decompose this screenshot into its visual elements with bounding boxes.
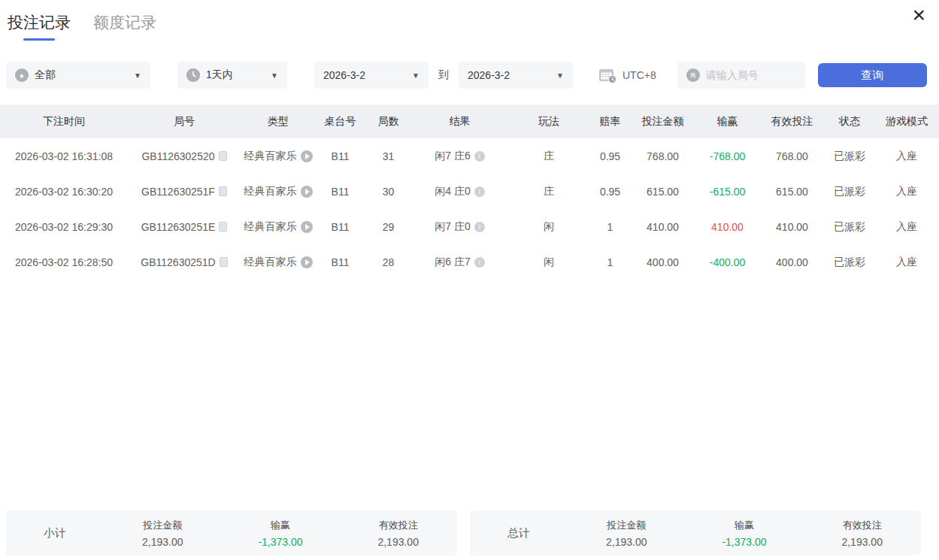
status-badge: 已派彩 [825,138,874,174]
round-search-field[interactable]: 局 [677,62,805,89]
total-winloss-title: 输赢 [686,519,804,532]
total-label: 总计 [470,526,568,540]
time-range-dropdown[interactable]: 1天内 ▼ [177,62,287,89]
bet-amount: 615.00 [630,174,695,209]
date-range-to-label: 到 [438,68,449,82]
result: 闲7 庄0 [435,220,470,234]
col-header: 投注金额 [630,104,695,138]
total-bet-value: 2,193.00 [568,536,686,548]
game-type: 经典百家乐 [244,256,297,269]
col-header: 类型 [241,104,316,138]
result-cell: 闲7 庄6 i [412,138,507,174]
game-type: 经典百家乐 [244,220,297,234]
table-number: B11 [316,138,365,174]
play-type: 闲 [507,209,590,244]
total-winloss-value: -1,373.00 [686,536,804,548]
play-video-icon[interactable] [301,186,313,198]
col-header: 玩法 [507,104,590,138]
table-number: B11 [316,174,365,209]
timezone-control[interactable]: UTC+8 [598,67,656,83]
bet-amount: 768.00 [630,138,695,174]
round-badge-icon: 局 [686,68,700,82]
game-type-cell: 经典百家乐 [241,209,316,244]
valid-bet: 410.00 [759,209,825,244]
query-button[interactable]: 查询 [818,63,927,87]
subtotal-valid-value: 2,193.00 [339,536,457,548]
col-header: 局数 [365,104,412,138]
round-number: 28 [365,244,412,280]
total-bet-title: 投注金额 [568,519,686,532]
filter-bar: ♠ 全部 ▼ 1天内 ▼ 2026-3-2 ▼ 到 2026-3-2 ▼ [6,62,939,89]
subtotal-winloss-value: -1,373.00 [222,536,340,548]
tab-betting-records[interactable]: 投注记录 [8,12,71,41]
round-number-input[interactable] [700,69,796,81]
game-mode: 入座 [874,138,939,174]
round-id: GB112630251E [141,221,216,233]
result-cell: 闲4 庄0 i [412,174,507,209]
valid-bet: 768.00 [759,138,825,174]
table-row: 2026-03-02 16:28:50 GB112630251D 经典百家乐 B… [0,244,939,280]
calendar-clock-icon [598,67,616,83]
odds: 1 [590,209,630,244]
tab-bar: 投注记录 额度记录 [0,0,939,41]
bet-time: 2026-03-02 16:28:50 [0,244,128,280]
game-mode: 入座 [874,174,939,209]
col-header: 游戏模式 [874,104,939,138]
subtotal-bet-title: 投注金额 [104,519,222,532]
table-number: B11 [316,244,365,280]
win-loss: -615.00 [695,174,759,209]
play-type: 庄 [507,138,590,174]
play-type: 闲 [507,244,590,280]
bet-amount: 400.00 [630,244,695,280]
subtotal-valid: 有效投注 2,193.00 [339,519,457,548]
bet-time: 2026-03-02 16:31:08 [0,138,128,174]
info-icon[interactable]: i [474,151,485,162]
info-icon[interactable]: i [474,257,485,268]
valid-bet: 615.00 [759,174,825,209]
round-id: GB1126302520 [141,150,214,162]
play-video-icon[interactable] [301,256,313,268]
copy-icon[interactable] [219,151,227,161]
valid-bet: 400.00 [759,244,825,280]
info-icon[interactable]: i [474,222,485,232]
subtotal-label: 小计 [6,526,104,540]
bet-time: 2026-03-02 16:29:30 [0,209,128,244]
timezone-value: UTC+8 [622,69,656,81]
copy-icon[interactable] [219,186,227,196]
game-mode: 入座 [874,244,939,280]
round-number: 29 [365,209,412,244]
game-type-cell: 经典百家乐 [241,244,316,280]
subtotal-winloss-title: 输赢 [222,519,340,532]
clock-icon [186,68,200,82]
status-badge: 已派彩 [825,174,874,209]
tab-label: 投注记录 [8,12,71,33]
date-from-dropdown[interactable]: 2026-3-2 ▼ [314,62,429,89]
chevron-down-icon: ▼ [271,71,278,80]
total-box: 总计 投注金额 2,193.00 输赢 -1,373.00 有效投注 2,193… [470,510,921,555]
date-from-value: 2026-3-2 [323,69,412,81]
date-to-dropdown[interactable]: 2026-3-2 ▼ [459,62,573,89]
col-header: 局号 [128,104,241,138]
game-type-value: 全部 [29,68,134,82]
col-header: 赔率 [590,104,630,138]
game-type-cell: 经典百家乐 [241,174,316,209]
tab-quota-records[interactable]: 额度记录 [93,12,156,41]
result-cell: 闲6 庄7 i [412,244,507,280]
round-id-cell: GB112630251D [128,244,241,280]
close-icon[interactable]: × [907,0,930,30]
play-video-icon[interactable] [301,150,313,162]
copy-icon[interactable] [219,222,227,232]
col-header: 有效投注 [759,104,825,138]
col-header: 输赢 [695,104,759,138]
copy-icon[interactable] [220,257,228,267]
game-type-dropdown[interactable]: ♠ 全部 ▼ [6,62,150,89]
game-type: 经典百家乐 [244,150,297,163]
active-tab-underline [23,38,55,41]
total-valid-value: 2,193.00 [803,536,921,548]
table-number: B11 [316,209,365,244]
play-video-icon[interactable] [301,221,313,233]
total-bet: 投注金额 2,193.00 [568,519,686,548]
info-icon[interactable]: i [474,186,485,197]
subtotal-valid-title: 有效投注 [339,519,457,532]
col-header: 结果 [412,104,507,138]
